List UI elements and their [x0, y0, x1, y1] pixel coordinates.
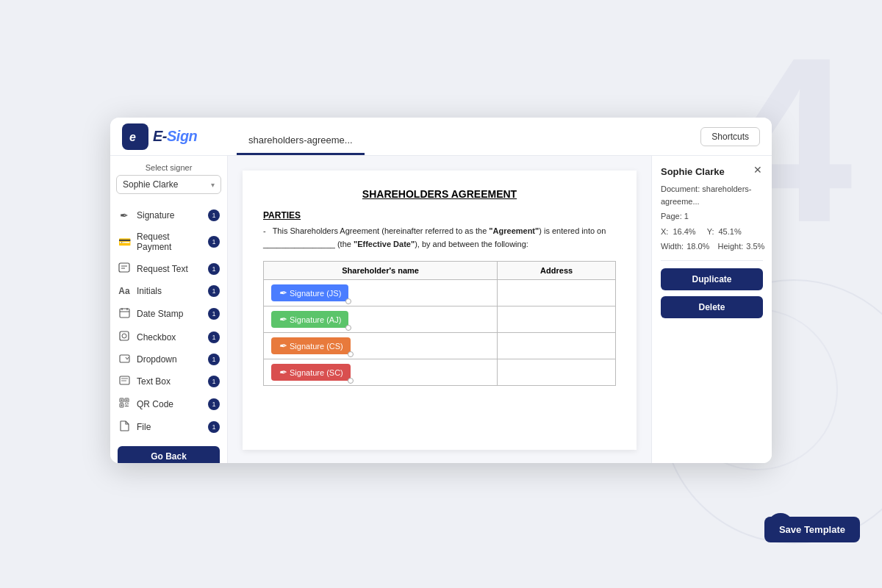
initials-icon: Aa [118, 286, 131, 296]
checkbox-icon [118, 331, 131, 343]
dropdown-badge: 1 [208, 354, 220, 365]
table-cell-address [498, 306, 616, 333]
height-value: 3.5% [746, 240, 764, 253]
parties-header: PARTIES [263, 210, 616, 220]
panel-page: Page: 1 [661, 210, 763, 223]
table-cell-name: ✒ Signature (SC) [264, 359, 498, 386]
sidebar-item-label: Dropdown [137, 354, 202, 365]
document-label: Document: [661, 184, 700, 193]
select-signer-label: Select signer [110, 156, 227, 175]
signer-dropdown[interactable]: Sophie Clarke ▾ [116, 175, 221, 194]
sidebar-item-initials[interactable]: Aa Initials 1 [110, 280, 227, 302]
table-cell-name: ✒ Signature (JS) [264, 280, 498, 306]
dropdown-icon [118, 354, 131, 365]
sig-handle[interactable] [345, 298, 351, 304]
signature-sc[interactable]: ✒ Signature (SC) [271, 364, 351, 381]
file-badge: 1 [208, 421, 220, 433]
svg-rect-17 [121, 400, 123, 401]
panel-name: Sophie Clarke [661, 166, 763, 177]
panel-document: Document: shareholders-agreeme... [661, 183, 763, 207]
sidebar-item-dropdown[interactable]: Dropdown 1 [110, 348, 227, 370]
delete-button[interactable]: Delete [661, 296, 763, 318]
panel-xy: X: 16.4% Y: 45.1% [661, 226, 763, 238]
svg-rect-1 [119, 263, 129, 272]
table-cell-address [498, 280, 616, 306]
svg-rect-4 [120, 309, 129, 318]
sidebar-item-label: Checkbox [137, 332, 202, 343]
table-row: ✒ Signature (JS) [264, 280, 616, 306]
save-template-button[interactable]: Save Template [764, 517, 860, 542]
modal-body: Select signer Sophie Clarke ▾ ✒ Signatur… [110, 156, 772, 463]
initials-badge: 1 [208, 285, 220, 297]
page-value: 1 [684, 212, 689, 220]
sidebar-item-label: Initials [137, 286, 202, 296]
svg-rect-21 [127, 404, 129, 404]
close-button[interactable]: ✕ [751, 163, 764, 176]
duplicate-button[interactable]: Duplicate [661, 268, 763, 290]
document-body: - This Shareholders Agreement (hereinaft… [263, 225, 616, 251]
width-value: 18.0% [686, 240, 709, 253]
sidebar-item-signature[interactable]: ✒ Signature 1 [110, 204, 227, 226]
sidebar-item-request-payment[interactable]: 💳 Request Payment 1 [110, 226, 227, 257]
sig-icon: ✒ [279, 340, 287, 351]
table-row: ✒ Signature (AJ) [264, 306, 616, 333]
x-value: 16.4% [673, 226, 695, 238]
page-label: Page: [661, 212, 682, 220]
table-row: ✒ Signature (SC) [264, 359, 616, 386]
document-title: SHAREHOLDERS AGREEMENT [263, 188, 616, 200]
tab-item[interactable]: shareholders-agreeme... [237, 135, 365, 155]
signature-cs[interactable]: ✒ Signature (CS) [271, 337, 351, 354]
sidebar-item-label: Request Text [137, 264, 202, 274]
sidebar-item-label: File [137, 422, 202, 432]
signer-value: Sophie Clarke [123, 179, 178, 190]
sidebar-item-label: Request Payment [137, 232, 202, 252]
y-label: Y: [707, 226, 714, 238]
go-back-button[interactable]: Go Back [118, 446, 220, 463]
sidebar-item-text-box[interactable]: Text Box 1 [110, 370, 227, 392]
sidebar-item-checkbox[interactable]: Checkbox 1 [110, 326, 227, 348]
svg-rect-11 [120, 376, 129, 384]
svg-rect-22 [125, 406, 129, 406]
request-text-icon [118, 262, 131, 275]
shareholders-table: Shareholder's name Address ✒ Signature (… [263, 261, 616, 386]
signature-js[interactable]: ✒ Signature (JS) [271, 284, 348, 301]
checkbox-badge: 1 [208, 331, 220, 343]
topbar: e E-Sign shareholders-agreeme... Shortcu… [110, 118, 772, 156]
main-content: SHAREHOLDERS AGREEMENT PARTIES - This Sh… [228, 156, 651, 463]
date-stamp-icon [118, 307, 131, 320]
sig-handle[interactable] [345, 325, 351, 331]
sidebar-item-qr-code[interactable]: QR Code 1 [110, 392, 227, 415]
svg-rect-23 [126, 405, 127, 406]
sig-label: Signature (AJ) [290, 315, 341, 324]
sig-handle[interactable] [348, 378, 354, 384]
shortcuts-button[interactable]: Shortcuts [700, 127, 760, 146]
svg-text:e: e [129, 131, 136, 143]
table-cell-address [498, 333, 616, 359]
sidebar-item-label: Signature [137, 210, 202, 220]
sig-label: Signature (CS) [290, 342, 343, 351]
signature-icon: ✒ [118, 209, 131, 221]
request-payment-badge: 1 [208, 236, 220, 248]
sidebar-item-label: Text Box [137, 376, 202, 387]
table-row: ✒ Signature (CS) [264, 333, 616, 359]
svg-rect-20 [125, 404, 126, 404]
sig-icon: ✒ [279, 367, 287, 378]
modal: e E-Sign shareholders-agreeme... Shortcu… [110, 118, 772, 463]
text-box-icon [118, 376, 131, 387]
sig-handle[interactable] [348, 351, 354, 357]
qr-code-icon [118, 398, 131, 410]
sidebar-footer: Go Back [110, 439, 227, 463]
signature-aj[interactable]: ✒ Signature (AJ) [271, 311, 348, 328]
sidebar-item-date-stamp[interactable]: Date Stamp 1 [110, 302, 227, 326]
sidebar-item-request-text[interactable]: Request Text 1 [110, 257, 227, 280]
table-cell-name: ✒ Signature (CS) [264, 333, 498, 359]
text-box-badge: 1 [208, 376, 220, 387]
col-address: Address [498, 262, 616, 280]
logo-icon: e [122, 123, 148, 150]
modal-wrapper: e E-Sign shareholders-agreeme... Shortcu… [110, 118, 860, 485]
sidebar-item-file[interactable]: File 1 [110, 415, 227, 439]
sig-icon: ✒ [279, 314, 287, 325]
date-stamp-badge: 1 [208, 308, 220, 320]
signature-badge: 1 [208, 209, 220, 221]
file-icon [118, 420, 131, 434]
